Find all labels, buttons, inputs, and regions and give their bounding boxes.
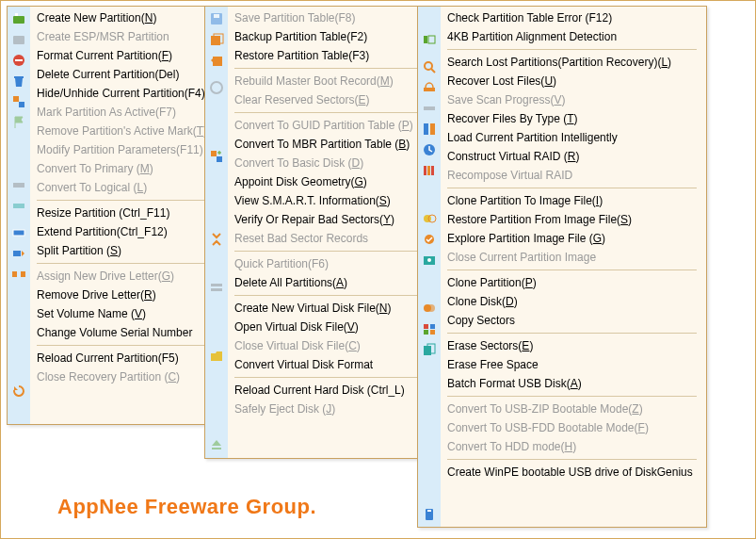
menu-separator — [234, 251, 417, 252]
menu-item-label: Restore Partition Table(F3) — [231, 46, 378, 65]
menu-item-label: Load Current Partition Intelligently — [443, 128, 627, 147]
blank-icon — [419, 387, 440, 408]
menu-item-restore-partition-table-f3[interactable]: Restore Partition Table(F3) — [231, 46, 423, 65]
menu-item-convert-to-usb-fdd-bootable-mode-f: Convert To USB-FDD Bootable Mode(F) — [443, 418, 702, 437]
mnemonic-underline: S — [620, 213, 628, 226]
menu-item-erase-sectors-e[interactable]: Erase Sectors(E) — [443, 336, 702, 355]
menu-item-label: Remove Partition's Active Mark(T) — [33, 122, 217, 140]
menu-item-check-partition-table-error-f12[interactable]: Check Partition Table Error (F12) — [443, 8, 702, 27]
menu-item-delete-all-partitions-a[interactable]: Delete All Partitions(A) — [231, 273, 423, 292]
menu-item-resize-partition-ctrl-f11[interactable]: Resize Partition (Ctrl_F11) — [33, 204, 217, 222]
menu-item-restore-partition-from-image-file-s[interactable]: Restore Partition From Image File(S) — [443, 210, 702, 229]
menu-item-clone-partition-p[interactable]: Clone Partition(P) — [443, 273, 702, 292]
blank-icon — [206, 325, 227, 346]
menu-item-create-winpe-bootable-usb-drive-of-diskg[interactable]: Create WinPE bootable USB drive of DiskG… — [443, 463, 702, 482]
new-icon — [8, 8, 29, 29]
menu-item-clone-partition-to-image-file-i[interactable]: Clone Partition To Image File(I) — [443, 191, 702, 210]
menu-item-backup-partition-table-f2[interactable]: Backup Partition Table(F2) — [231, 27, 423, 46]
menu-item-verify-or-repair-bad-sectors-y[interactable]: Verify Or Repair Bad Sectors(Y) — [231, 210, 423, 229]
menu-item-label: Recover Files By Type (T) — [443, 109, 587, 128]
blank-icon — [419, 181, 440, 202]
menu-item-label: Create New Virtual Disk File(N) — [231, 299, 401, 318]
menu-separator — [234, 295, 417, 296]
menu-item-convert-virtual-disk-format[interactable]: Convert Virtual Disk Format — [231, 355, 423, 374]
menu-item-copy-sectors[interactable]: Copy Sectors — [443, 311, 702, 330]
menu-item-label: Reload Current Partition(F5) — [33, 349, 188, 368]
blank-icon — [206, 125, 227, 146]
clonep-icon — [419, 208, 440, 229]
split-icon — [8, 264, 29, 285]
menu-item-construct-virtual-raid-r[interactable]: Construct Virtual RAID (R) — [443, 147, 702, 166]
menu-item-label: Verify Or Repair Bad Sectors(Y) — [231, 210, 404, 229]
menu-separator — [37, 345, 211, 346]
menu-item-search-lost-partitions-partition-recover[interactable]: Search Lost Partitions(Partition Recover… — [443, 53, 702, 72]
menu-item-batch-format-usb-disk-a[interactable]: Batch Format USB Disk(A) — [443, 374, 702, 393]
mnemonic-underline: G — [354, 175, 362, 188]
mnemonic-underline: Y — [383, 213, 391, 226]
menu-item-label: Backup Partition Table(F2) — [231, 27, 377, 46]
menu-item-load-current-partition-intelligently[interactable]: Load Current Partition Intelligently — [443, 128, 702, 147]
menu-item-close-current-partition-image: Close Current Partition Image — [443, 248, 702, 267]
menu-item-clear-reserved-sectors-e: Clear Reserved Sectors(E) — [231, 90, 423, 109]
eject-icon — [206, 435, 227, 456]
menu-separator — [447, 49, 697, 50]
blank-icon — [206, 167, 227, 188]
menu-item-format-current-partition-f[interactable]: Format Current Partition(F) — [33, 46, 217, 65]
menu-item-recover-lost-files-u[interactable]: Recover Lost Files(U) — [443, 72, 702, 90]
menu-item-set-volume-name-v[interactable]: Set Volume Name (V) — [33, 304, 217, 323]
blank-icon — [8, 401, 29, 422]
blank-icon — [206, 415, 227, 435]
mnemonic-underline: V — [135, 307, 142, 320]
svg-rect-33 — [424, 166, 426, 175]
menu-separator — [234, 68, 417, 69]
save-icon — [206, 8, 227, 29]
menu-item-create-new-virtual-disk-file-n[interactable]: Create New Virtual Disk File(N) — [231, 299, 423, 318]
conv-icon — [8, 174, 29, 195]
menu-item-label: Clear Reserved Sectors(E) — [231, 90, 378, 109]
menu-item-4kb-partition-alignment-detection[interactable]: 4KB Partition Alignment Detection — [443, 27, 702, 46]
mbr-icon — [206, 77, 227, 98]
menu-item-hide-unhide-current-partition-f4[interactable]: Hide/Unhide Current Partition(F4) — [33, 84, 217, 103]
clone2-icon — [419, 318, 440, 339]
raid-icon — [419, 160, 440, 181]
menu-item-delete-current-partition-del[interactable]: Delete Current Partition(Del) — [33, 65, 217, 84]
menu-item-label: Mark Partition As Active(F7) — [33, 103, 185, 122]
menu-item-appoint-disk-geometry-g[interactable]: Appoint Disk Geometry(G) — [231, 172, 423, 191]
menu-separator — [37, 200, 211, 201]
menu-item-close-virtual-disk-file-c: Close Virtual Disk File(C) — [231, 336, 423, 355]
menu-item-label: 4KB Partition Alignment Detection — [443, 27, 626, 46]
menu-item-erase-free-space[interactable]: Erase Free Space — [443, 355, 702, 374]
menu-item-change-volume-serial-number[interactable]: Change Volume Serial Number — [33, 323, 217, 342]
blank-icon — [419, 456, 440, 477]
menu-item-label: Recover Lost Files(U) — [443, 72, 566, 90]
recover-icon — [419, 77, 440, 98]
menu-item-clone-disk-d[interactable]: Clone Disk(D) — [443, 292, 702, 311]
menu-item-recover-files-by-type-t[interactable]: Recover Files By Type (T) — [443, 109, 702, 128]
mnemonic-underline: C — [348, 339, 357, 352]
menu-item-explore-partition-image-file-g[interactable]: Explore Partition Image File (G) — [443, 229, 702, 248]
menu-item-remove-drive-letter-r[interactable]: Remove Drive Letter(R) — [33, 286, 217, 304]
reload-icon — [8, 381, 29, 401]
menu-item-open-virtual-disk-file-v[interactable]: Open Virtual Disk File(V) — [231, 318, 423, 336]
menu-item-view-s-m-a-r-t-information-s[interactable]: View S.M.A.R.T. Information(S) — [231, 191, 423, 210]
svg-rect-0 — [13, 16, 24, 24]
menu-item-label: Close Recovery Partition (C) — [33, 368, 189, 386]
menu-item-reload-current-hard-disk-ctrl-l[interactable]: Reload Current Hard Disk (Ctrl_L) — [231, 381, 423, 400]
svg-rect-11 — [13, 251, 21, 256]
menu-item-label: Explore Partition Image File (G) — [443, 229, 615, 248]
menu-item-convert-to-mbr-partition-table-b[interactable]: Convert To MBR Partition Table (B) — [231, 135, 423, 154]
menu-item-split-partition-s[interactable]: Split Partition (S) — [33, 241, 217, 260]
menu-item-modify-partition-parameters-f11: Modify Partition Parameters(F11) — [33, 140, 217, 159]
menu-item-create-new-partition-n[interactable]: Create New Partition(N) — [33, 8, 217, 27]
menu-icon-gutter — [205, 7, 228, 458]
blank-icon — [206, 98, 227, 119]
svg-rect-8 — [13, 183, 24, 188]
menu-item-label: Quick Partition(F6) — [231, 254, 338, 273]
menu-item-reload-current-partition-f5[interactable]: Reload Current Partition(F5) — [33, 349, 217, 368]
mnemonic-underline: S — [379, 194, 387, 207]
mnemonic-underline: Z — [632, 402, 638, 416]
menu-item-extend-partition-ctrl-f12[interactable]: Extend Partition(Ctrl_F12) — [33, 222, 217, 241]
mnemonic-underline: A — [336, 276, 344, 289]
blank-icon — [8, 312, 29, 333]
mnemonic-underline: A — [571, 377, 578, 390]
